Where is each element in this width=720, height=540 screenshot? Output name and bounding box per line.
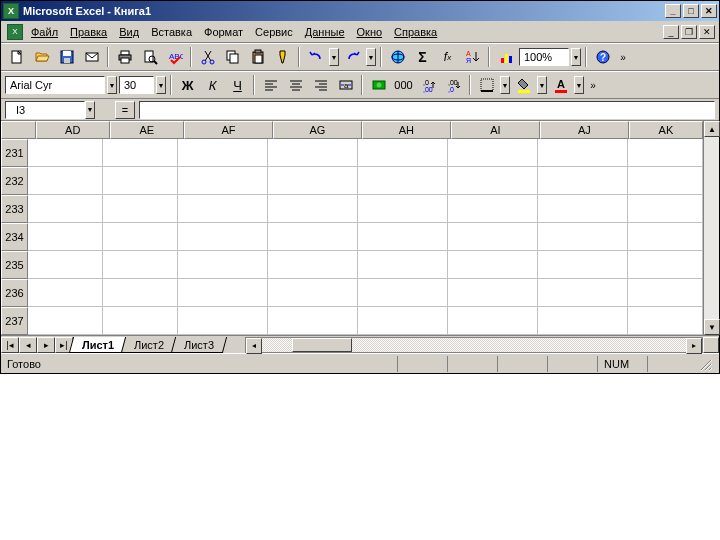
scroll-left-button[interactable]: ◂ xyxy=(246,338,262,354)
zoom-input[interactable]: 100% xyxy=(519,48,569,66)
doc-minimize-button[interactable]: _ xyxy=(663,25,679,39)
scroll-right-button[interactable]: ▸ xyxy=(686,338,702,354)
percent-icon[interactable]: 000 xyxy=(392,74,415,96)
font-selector[interactable]: Arial Cyr xyxy=(5,76,105,94)
doc-close-button[interactable]: ✕ xyxy=(699,25,715,39)
more-format-buttons-icon[interactable]: » xyxy=(586,74,600,96)
doc-restore-button[interactable]: ❐ xyxy=(681,25,697,39)
cut-icon[interactable] xyxy=(196,46,219,68)
cell[interactable] xyxy=(628,167,703,195)
cell[interactable] xyxy=(268,139,358,167)
redo-dropdown[interactable]: ▼ xyxy=(366,48,376,66)
chart-icon[interactable] xyxy=(494,46,517,68)
help-icon[interactable]: ? xyxy=(591,46,614,68)
preview-icon[interactable] xyxy=(138,46,161,68)
cell[interactable] xyxy=(538,279,628,307)
column-header[interactable]: AF xyxy=(184,121,273,139)
scroll-down-button[interactable]: ▼ xyxy=(704,319,720,335)
workbook-icon[interactable]: X xyxy=(7,24,23,40)
italic-button[interactable]: К xyxy=(201,74,224,96)
open-icon[interactable] xyxy=(30,46,53,68)
menu-file[interactable]: Файл xyxy=(31,26,58,38)
cell[interactable] xyxy=(448,279,538,307)
column-header[interactable]: AE xyxy=(110,121,184,139)
row-header[interactable]: 233 xyxy=(1,195,28,223)
email-icon[interactable] xyxy=(80,46,103,68)
cell[interactable] xyxy=(358,279,448,307)
menu-data[interactable]: Данные xyxy=(305,26,345,38)
menu-view[interactable]: Вид xyxy=(119,26,139,38)
column-header[interactable]: AJ xyxy=(540,121,629,139)
row-header[interactable]: 234 xyxy=(1,223,28,251)
close-button[interactable]: ✕ xyxy=(701,4,717,18)
align-left-icon[interactable] xyxy=(259,74,282,96)
select-all-corner[interactable] xyxy=(1,121,36,139)
format-painter-icon[interactable] xyxy=(271,46,294,68)
cell[interactable] xyxy=(178,167,268,195)
column-header[interactable]: AI xyxy=(451,121,540,139)
cell[interactable] xyxy=(103,251,178,279)
cell[interactable] xyxy=(268,167,358,195)
function-icon[interactable]: fx xyxy=(436,46,459,68)
scroll-track-v[interactable] xyxy=(704,137,719,319)
undo-icon[interactable] xyxy=(304,46,327,68)
minimize-button[interactable]: _ xyxy=(665,4,681,18)
cell[interactable] xyxy=(103,279,178,307)
name-box[interactable]: I3 xyxy=(5,101,85,119)
cell[interactable] xyxy=(628,251,703,279)
font-size-dropdown[interactable]: ▼ xyxy=(156,76,166,94)
redo-icon[interactable] xyxy=(341,46,364,68)
row-header[interactable]: 235 xyxy=(1,251,28,279)
sort-asc-icon[interactable]: АЯ xyxy=(461,46,484,68)
cell[interactable] xyxy=(268,307,358,335)
hyperlink-icon[interactable] xyxy=(386,46,409,68)
cell[interactable] xyxy=(358,251,448,279)
cell[interactable] xyxy=(358,195,448,223)
next-sheet-button[interactable]: ▸ xyxy=(37,337,55,353)
cell[interactable] xyxy=(103,223,178,251)
cell[interactable] xyxy=(268,195,358,223)
cell[interactable] xyxy=(358,139,448,167)
cell[interactable] xyxy=(178,195,268,223)
column-header[interactable]: AK xyxy=(629,121,703,139)
bold-button[interactable]: Ж xyxy=(176,74,199,96)
cell[interactable] xyxy=(628,195,703,223)
underline-button[interactable]: Ч xyxy=(226,74,249,96)
cell[interactable] xyxy=(628,223,703,251)
cell[interactable] xyxy=(103,307,178,335)
more-buttons-icon[interactable]: » xyxy=(616,46,630,68)
cell[interactable] xyxy=(28,139,103,167)
cell[interactable] xyxy=(448,251,538,279)
autosum-icon[interactable]: Σ xyxy=(411,46,434,68)
cell[interactable] xyxy=(178,251,268,279)
borders-icon[interactable] xyxy=(475,74,498,96)
cell[interactable] xyxy=(28,251,103,279)
cell[interactable] xyxy=(178,223,268,251)
scroll-thumb-h[interactable] xyxy=(292,338,352,352)
cell[interactable] xyxy=(538,307,628,335)
column-header[interactable]: AG xyxy=(273,121,362,139)
first-sheet-button[interactable]: |◂ xyxy=(1,337,19,353)
currency-icon[interactable] xyxy=(367,74,390,96)
align-center-icon[interactable] xyxy=(284,74,307,96)
font-dropdown[interactable]: ▼ xyxy=(107,76,117,94)
menu-insert[interactable]: Вставка xyxy=(151,26,192,38)
cell[interactable] xyxy=(103,195,178,223)
cell[interactable] xyxy=(448,195,538,223)
menu-edit[interactable]: Правка xyxy=(70,26,107,38)
print-icon[interactable] xyxy=(113,46,136,68)
fill-color-icon[interactable] xyxy=(512,74,535,96)
copy-icon[interactable] xyxy=(221,46,244,68)
cell[interactable] xyxy=(28,279,103,307)
row-header[interactable]: 237 xyxy=(1,307,28,335)
cell[interactable] xyxy=(538,167,628,195)
cell[interactable] xyxy=(448,139,538,167)
row-header[interactable]: 232 xyxy=(1,167,28,195)
horizontal-scrollbar[interactable]: ◂ ▸ xyxy=(245,337,703,353)
cell[interactable] xyxy=(628,307,703,335)
merge-center-icon[interactable]: a xyxy=(334,74,357,96)
font-size-selector[interactable]: 30 xyxy=(119,76,154,94)
cell[interactable] xyxy=(538,195,628,223)
cell[interactable] xyxy=(178,139,268,167)
new-icon[interactable] xyxy=(5,46,28,68)
